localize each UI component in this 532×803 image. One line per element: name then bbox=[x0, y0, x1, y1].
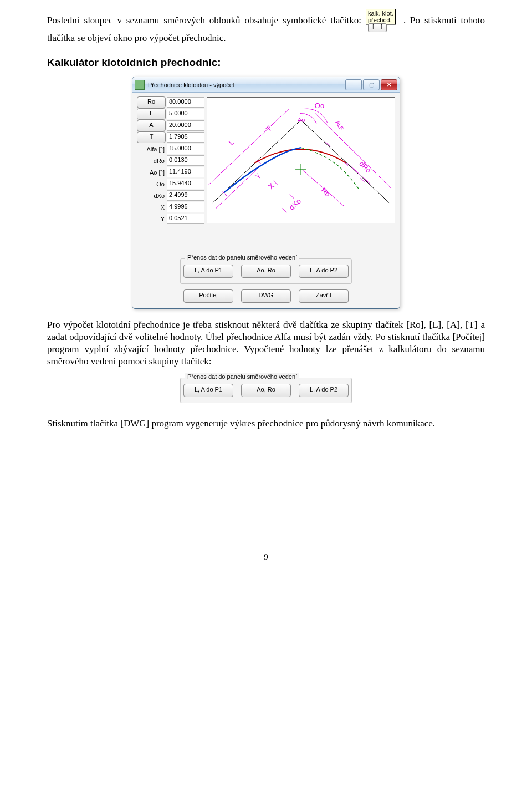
dro-value[interactable]: 0.0130 bbox=[167, 155, 204, 166]
para-1: Poslední sloupec v seznamu směrových obl… bbox=[47, 10, 485, 44]
param-row-y: Y 0.0521 bbox=[137, 214, 204, 224]
svg-line-11 bbox=[326, 142, 330, 146]
dwg-button[interactable]: DWG bbox=[241, 289, 291, 303]
svg-line-1 bbox=[301, 120, 389, 203]
para-2: Pro výpočet klotoidní přechodnice je tře… bbox=[47, 319, 485, 368]
dxo-value[interactable]: 2.4999 bbox=[167, 190, 204, 201]
param-row-x: X 4.9995 bbox=[137, 202, 204, 212]
heading-calculator: Kalkulátor klotoidních přechodnic: bbox=[47, 57, 485, 69]
param-row-oo: Oo 15.9440 bbox=[137, 179, 204, 189]
transfer-groupbox: Přenos dat do panelu směrového vedení L,… bbox=[180, 258, 352, 284]
param-row-l: L 5.0000 bbox=[137, 109, 204, 119]
svg-text:Ro: Ro bbox=[320, 186, 332, 198]
a-value[interactable]: 20.0000 bbox=[167, 120, 204, 131]
app-icon bbox=[135, 80, 145, 90]
minimize-button[interactable]: — bbox=[345, 79, 362, 90]
close-dialog-button[interactable]: Zavřít bbox=[299, 289, 349, 303]
transfer-btn-aoro[interactable]: Ao, Ro bbox=[241, 265, 291, 278]
tooltip-box: kalk. klot. přechod. bbox=[366, 9, 396, 24]
klotoid-diagram: L T Oo Ao ALF dRo Ro Y X dXo bbox=[207, 97, 395, 223]
oo-value[interactable]: 15.9440 bbox=[167, 179, 204, 189]
param-row-dxo: dXo 2.4999 bbox=[137, 190, 204, 201]
parameter-column: Ro 80.0000 L 5.0000 A 20.0000 T 1.7905 A… bbox=[137, 97, 204, 224]
param-row-ro: Ro 80.0000 bbox=[137, 97, 204, 108]
svg-text:Oo: Oo bbox=[315, 101, 324, 110]
svg-text:T: T bbox=[264, 124, 273, 133]
svg-text:ALF: ALF bbox=[334, 119, 345, 131]
dialog-titlebar: Přechodnice klotoidou - výpočet — ▢ ✕ bbox=[132, 77, 400, 93]
x-value[interactable]: 4.9995 bbox=[167, 202, 204, 212]
ao-value[interactable]: 11.4190 bbox=[167, 167, 204, 177]
transfer-btn-p1[interactable]: L, A do P1 bbox=[183, 265, 233, 278]
y-value[interactable]: 0.0521 bbox=[167, 214, 204, 224]
param-row-dro: dRo 0.0130 bbox=[137, 155, 204, 166]
svg-text:Ao: Ao bbox=[298, 116, 305, 123]
svg-line-8 bbox=[290, 195, 294, 199]
transfer-btn-p2-small[interactable]: L, A do P2 bbox=[299, 384, 349, 397]
transfer-group-title-small: Přenos dat do panelu směrového vedení bbox=[185, 373, 299, 380]
svg-line-9 bbox=[282, 209, 287, 213]
svg-text:dXo: dXo bbox=[288, 197, 303, 212]
t-value[interactable]: 1.7905 bbox=[167, 132, 204, 143]
alfa-value[interactable]: 15.0000 bbox=[167, 144, 204, 154]
t-button[interactable]: T bbox=[137, 131, 166, 143]
close-button[interactable]: ✕ bbox=[381, 79, 397, 90]
symbolic-button-icon: kalk. klot. přechod. [ ... ] bbox=[366, 10, 399, 32]
svg-text:Y: Y bbox=[253, 171, 263, 181]
maximize-button[interactable]: ▢ bbox=[363, 79, 380, 90]
dialog-title: Přechodnice klotoidou - výpočet bbox=[148, 82, 234, 88]
transfer-btn-p2[interactable]: L, A do P2 bbox=[299, 265, 349, 278]
transfer-group-title: Přenos dat do panelu směrového vedení bbox=[185, 254, 299, 261]
ro-value[interactable]: 80.0000 bbox=[167, 97, 204, 108]
svg-line-3 bbox=[216, 164, 263, 209]
param-row-ao: Ao [°] 11.4190 bbox=[137, 167, 204, 177]
svg-text:dRo: dRo bbox=[357, 160, 372, 175]
param-row-t: T 1.7905 bbox=[137, 132, 204, 143]
dxo-label: dXo bbox=[137, 192, 167, 199]
page-number: 9 bbox=[47, 552, 485, 562]
param-row-a: A 20.0000 bbox=[137, 120, 204, 131]
l-value[interactable]: 5.0000 bbox=[167, 109, 204, 119]
compute-button[interactable]: Počítej bbox=[183, 289, 233, 303]
y-label: Y bbox=[137, 216, 167, 222]
transfer-btn-p1-small[interactable]: L, A do P1 bbox=[183, 384, 233, 397]
svg-line-7 bbox=[273, 181, 278, 185]
a-button[interactable]: A bbox=[137, 120, 166, 131]
ro-button[interactable]: Ro bbox=[137, 96, 166, 108]
alfa-label: Alfa [°] bbox=[137, 146, 167, 153]
svg-text:L: L bbox=[227, 138, 236, 147]
p1a: Poslední sloupec v seznamu směrových obl… bbox=[47, 15, 366, 26]
ellipsis-button[interactable]: [ ... ] bbox=[368, 23, 387, 32]
window-controls: — ▢ ✕ bbox=[344, 79, 397, 90]
dro-label: dRo bbox=[137, 157, 167, 164]
diagram-svg: L T Oo Ao ALF dRo Ro Y X dXo bbox=[207, 98, 395, 223]
para-3: Stisknutím tlačítka [DWG] program vygene… bbox=[47, 418, 485, 430]
dialog-klotoid-calculator: Přechodnice klotoidou - výpočet — ▢ ✕ Ro… bbox=[132, 77, 400, 309]
x-label: X bbox=[137, 204, 167, 211]
param-row-alfa: Alfa [°] 15.0000 bbox=[137, 144, 204, 154]
oo-label: Oo bbox=[137, 181, 167, 187]
svg-text:X: X bbox=[267, 181, 276, 191]
ao-label: Ao [°] bbox=[137, 169, 167, 176]
l-button[interactable]: L bbox=[137, 108, 166, 120]
svg-line-4 bbox=[315, 114, 391, 189]
transfer-btn-aoro-small[interactable]: Ao, Ro bbox=[241, 384, 291, 397]
transfer-groupbox-small: Přenos dat do panelu směrového vedení L,… bbox=[180, 378, 352, 403]
